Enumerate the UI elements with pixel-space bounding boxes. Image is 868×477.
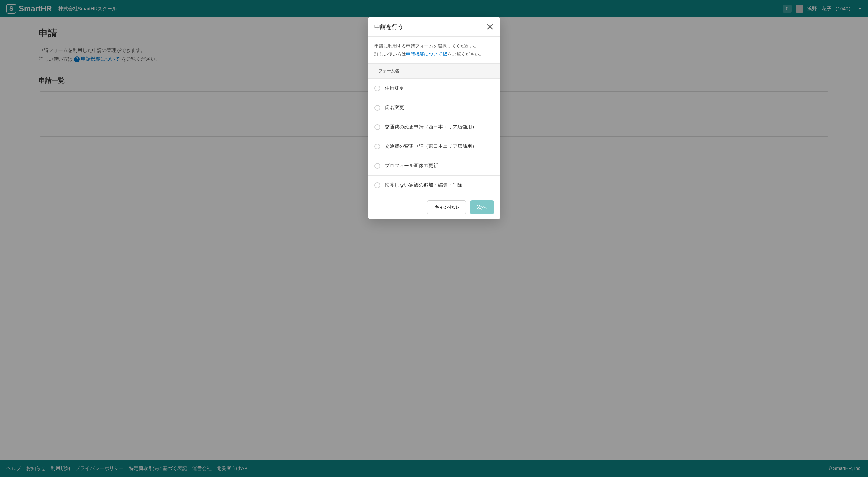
modal-help-link[interactable]: 申請機能について xyxy=(406,51,447,57)
form-item[interactable]: 住所変更 xyxy=(368,79,500,98)
application-form-modal: 申請を行う 申請に利用する申請フォームを選択してください。 詳しい使い方は申請機… xyxy=(368,17,500,219)
radio-input[interactable] xyxy=(374,182,380,188)
modal-description: 申請に利用する申請フォームを選択してください。 詳しい使い方は申請機能についてを… xyxy=(368,37,500,63)
close-icon xyxy=(487,24,493,30)
form-name-label: プロフィール画像の更新 xyxy=(385,163,438,169)
radio-input[interactable] xyxy=(374,105,380,111)
form-item[interactable]: 交通費の変更申請（東日本エリア店舗用） xyxy=(368,137,500,156)
form-item[interactable]: 交通費の変更申請（西日本エリア店舗用） xyxy=(368,117,500,137)
radio-input[interactable] xyxy=(374,86,380,91)
form-item[interactable]: 氏名変更 xyxy=(368,98,500,117)
form-name-label: 氏名変更 xyxy=(385,105,404,111)
modal-header: 申請を行う xyxy=(368,17,500,37)
cancel-button[interactable]: キャンセル xyxy=(427,200,466,214)
close-button[interactable] xyxy=(486,23,494,31)
form-name-label: 交通費の変更申請（東日本エリア店舗用） xyxy=(385,143,477,149)
radio-input[interactable] xyxy=(374,124,380,130)
form-name-label: 扶養しない家族の追加・編集・削除 xyxy=(385,182,462,188)
column-header-form-name: フォーム名 xyxy=(368,63,500,79)
form-name-label: 交通費の変更申請（西日本エリア店舗用） xyxy=(385,124,477,130)
next-button[interactable]: 次へ xyxy=(470,200,494,214)
form-list: 住所変更 氏名変更 交通費の変更申請（西日本エリア店舗用） 交通費の変更申請（東… xyxy=(368,79,500,195)
external-link-icon xyxy=(443,50,447,58)
modal-title: 申請を行う xyxy=(374,23,403,31)
form-item[interactable]: 扶養しない家族の追加・編集・削除 xyxy=(368,176,500,195)
modal-footer: キャンセル 次へ xyxy=(368,195,500,219)
form-name-label: 住所変更 xyxy=(385,85,404,91)
form-item[interactable]: プロフィール画像の更新 xyxy=(368,156,500,176)
radio-input[interactable] xyxy=(374,163,380,169)
radio-input[interactable] xyxy=(374,144,380,149)
